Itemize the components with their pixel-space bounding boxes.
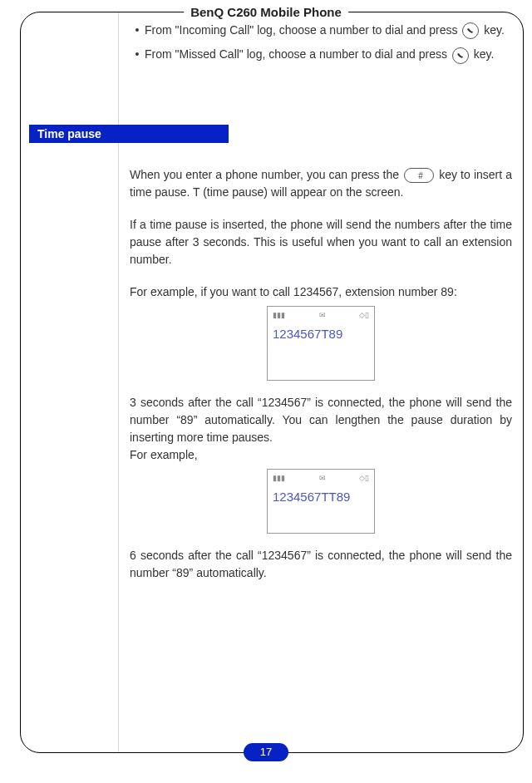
- phone-display-number: 1234567T89: [273, 325, 369, 344]
- document-title: BenQ C260 Mobile Phone: [184, 3, 348, 22]
- bullet-marker: •: [130, 46, 145, 63]
- phone-status-bar: ▮▮▮ ✉ ◇▯: [273, 310, 369, 322]
- page-number: 17: [244, 743, 288, 761]
- message-icon: ✉: [319, 310, 326, 322]
- section-heading: Time pause: [29, 125, 229, 143]
- phone-display-number: 1234567TT89: [273, 488, 369, 507]
- paragraph: When you enter a phone number, you can p…: [130, 166, 512, 201]
- call-key-icon: [462, 22, 479, 39]
- signal-icon: ▮▮▮: [273, 473, 285, 485]
- text-span: When you enter a phone number, you can p…: [130, 168, 402, 181]
- intro-content: • From "Incoming Call" log, choose a num…: [130, 22, 512, 71]
- margin-rule: [118, 12, 119, 753]
- paragraph: For example, if you want to call 1234567…: [130, 283, 512, 301]
- message-icon: ✉: [319, 473, 326, 485]
- bullet-text: From "Incoming Call" log, choose a numbe…: [145, 22, 512, 39]
- phone-screen-illustration: ▮▮▮ ✉ ◇▯ 1234567TT89: [267, 469, 375, 534]
- signal-icon: ▮▮▮: [273, 310, 285, 322]
- phone-screen-illustration: ▮▮▮ ✉ ◇▯ 1234567T89: [267, 306, 375, 381]
- paragraph: 6 seconds after the call “1234567” is co…: [130, 547, 512, 582]
- text-span: From "Missed Call" log, choose a number …: [145, 47, 451, 61]
- body-content: When you enter a phone number, you can p…: [130, 166, 512, 597]
- hash-key-icon: #: [404, 168, 434, 183]
- battery-icon: ◇▯: [359, 310, 369, 322]
- paragraph: For example,: [130, 446, 512, 464]
- text-span: From "Incoming Call" log, choose a numbe…: [145, 23, 461, 37]
- paragraph: 3 seconds after the call “1234567” is co…: [130, 394, 512, 446]
- paragraph: If a time pause is inserted, the phone w…: [130, 216, 512, 268]
- battery-icon: ◇▯: [359, 473, 369, 485]
- bullet-item: • From "Missed Call" log, choose a numbe…: [130, 46, 512, 63]
- phone-status-bar: ▮▮▮ ✉ ◇▯: [273, 473, 369, 485]
- text-span: key.: [484, 23, 505, 37]
- bullet-marker: •: [130, 22, 145, 39]
- text-span: key.: [474, 47, 495, 61]
- bullet-item: • From "Incoming Call" log, choose a num…: [130, 22, 512, 39]
- call-key-icon: [452, 47, 469, 64]
- bullet-text: From "Missed Call" log, choose a number …: [145, 46, 512, 63]
